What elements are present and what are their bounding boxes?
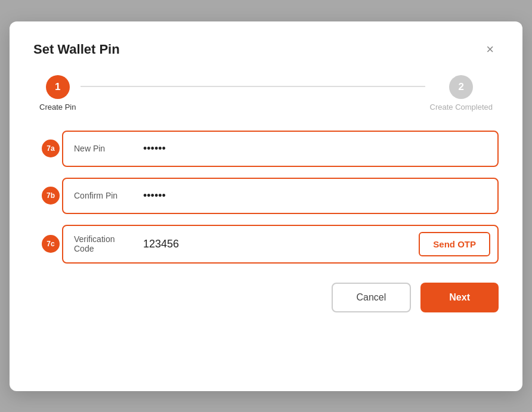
close-button[interactable]: × — [481, 41, 499, 58]
modal-header: Set Wallet Pin × — [33, 41, 499, 58]
step-2: 2 Create Completed — [430, 75, 493, 111]
new-pin-input[interactable] — [135, 132, 497, 166]
modal-container: Set Wallet Pin × 1 Create Pin 2 Create C… — [10, 21, 522, 391]
verification-code-label: Verification Code — [63, 226, 135, 262]
next-button[interactable]: Next — [420, 283, 499, 312]
badge-7b: 7b — [42, 187, 60, 205]
modal-footer: Cancel Next — [33, 283, 499, 312]
step-1-label: Create Pin — [39, 103, 76, 111]
modal-title: Set Wallet Pin — [33, 42, 120, 57]
step-1: 1 Create Pin — [39, 75, 76, 111]
new-pin-label: New Pin — [63, 132, 135, 166]
step-2-label: Create Completed — [430, 103, 493, 111]
verification-code-input[interactable] — [135, 226, 412, 262]
verification-code-row: 7c Verification Code Send OTP — [62, 225, 499, 264]
confirm-pin-row: 7b Confirm Pin — [62, 178, 499, 214]
modal-overlay: Set Wallet Pin × 1 Create Pin 2 Create C… — [0, 0, 532, 412]
step-line — [81, 86, 425, 87]
send-otp-button[interactable]: Send OTP — [419, 232, 490, 256]
confirm-pin-label: Confirm Pin — [63, 179, 135, 213]
step-2-circle: 2 — [449, 75, 473, 99]
confirm-pin-input[interactable] — [135, 179, 497, 213]
new-pin-row: 7a New Pin — [62, 131, 499, 167]
badge-7c: 7c — [42, 235, 60, 253]
badge-7a: 7a — [42, 140, 60, 157]
cancel-button[interactable]: Cancel — [332, 283, 412, 312]
step-1-circle: 1 — [46, 75, 70, 99]
forms-container: 7a New Pin 7b Confirm Pin 7c Verificatio… — [33, 131, 499, 264]
stepper: 1 Create Pin 2 Create Completed — [33, 75, 499, 111]
